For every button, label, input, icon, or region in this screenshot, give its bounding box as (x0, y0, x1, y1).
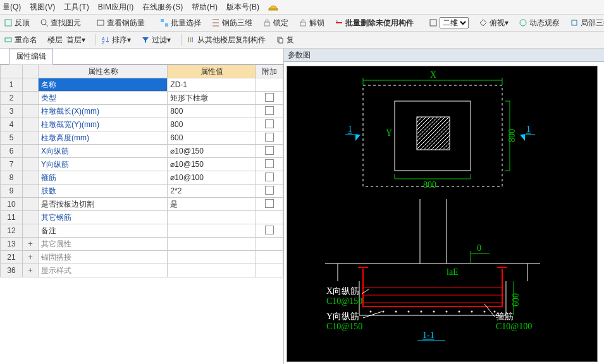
svg-text:600: 600 (511, 293, 521, 306)
property-value[interactable]: ⌀10@100 (168, 171, 256, 185)
menu-view[interactable]: 视图(V) (30, 2, 55, 13)
menu-qty[interactable]: 量(Q) (3, 2, 21, 13)
btn-unlock[interactable]: 解锁 (296, 16, 327, 30)
col-name: 属性名称 (39, 65, 168, 78)
expand-toggle (23, 92, 39, 105)
btn-copy[interactable]: 复 (273, 33, 297, 47)
tab-property-edit[interactable]: 属性编辑 (9, 49, 53, 64)
extra-checkbox[interactable] (256, 264, 283, 277)
property-value[interactable]: 800 (168, 105, 256, 118)
property-value[interactable] (168, 238, 256, 251)
extra-checkbox[interactable] (256, 251, 283, 264)
extra-checkbox[interactable] (256, 185, 283, 198)
property-row[interactable]: 3柱墩截长(X)(mm)800 (1, 105, 283, 118)
extra-checkbox[interactable] (256, 198, 283, 211)
property-row[interactable]: 12备注 (1, 224, 283, 238)
property-value[interactable] (168, 224, 256, 238)
svg-text:1: 1 (348, 124, 352, 134)
diagram-viewport[interactable]: X 800 800 Y (287, 66, 598, 362)
property-value[interactable] (168, 211, 256, 224)
property-row[interactable]: 13+其它属性 (1, 238, 283, 251)
btn-lock[interactable]: 锁定 (260, 16, 291, 30)
btn-copy-from-floor[interactable]: 从其他楼层复制构件 (184, 33, 268, 47)
property-value[interactable]: ZD-1 (168, 78, 256, 92)
property-row[interactable]: 10是否按板边切割是 (1, 198, 283, 211)
property-row[interactable]: 5柱墩高度(mm)600 (1, 131, 283, 145)
expand-toggle (23, 118, 39, 131)
svg-point-62 (395, 311, 397, 313)
row-number: 5 (1, 131, 23, 145)
menu-online[interactable]: 在线服务(S) (142, 2, 183, 13)
property-name: 是否按板边切割 (39, 198, 168, 211)
expand-toggle (23, 211, 39, 224)
svg-point-63 (408, 311, 410, 313)
extra-checkbox[interactable] (256, 158, 283, 171)
extra-checkbox[interactable] (256, 171, 283, 185)
menu-help[interactable]: 帮助(H) (192, 2, 218, 13)
btn-batch-delete-unused[interactable]: 批量删除未使用构件 (332, 16, 416, 30)
menu-bar: 量(Q) 视图(V) 工具(T) BIM应用(I) 在线服务(S) 帮助(H) … (0, 0, 604, 15)
svg-text:箍筋: 箍筋 (496, 312, 514, 321)
view-mode-dropdown[interactable]: 二维 (440, 17, 469, 28)
expand-toggle[interactable]: + (23, 251, 39, 264)
property-value[interactable]: 2*2 (168, 185, 256, 198)
property-row[interactable]: 9肢数2*2 (1, 185, 283, 198)
property-row[interactable]: 2类型矩形下柱墩 (1, 92, 283, 105)
expand-toggle[interactable]: + (23, 264, 39, 277)
svg-marker-45 (355, 135, 361, 141)
btn-filter[interactable]: 过滤▾ (139, 33, 173, 47)
menu-bim[interactable]: BIM应用(I) (98, 2, 134, 13)
extra-checkbox[interactable] (256, 145, 283, 158)
btn-rebar-3d[interactable]: 钢筋三维 (209, 16, 255, 30)
floor-label: 楼层 (47, 35, 63, 46)
property-row[interactable]: 8箍筋⌀10@100 (1, 171, 283, 185)
extra-checkbox[interactable] (256, 211, 283, 224)
btn-top-view[interactable]: 俯视▾ (476, 16, 511, 30)
extra-checkbox[interactable] (256, 78, 283, 92)
expand-toggle[interactable]: + (23, 238, 39, 251)
property-value[interactable] (168, 264, 256, 277)
property-value[interactable] (168, 251, 256, 264)
property-row[interactable]: 21+锚固搭接 (1, 251, 283, 264)
property-value[interactable]: 800 (168, 118, 256, 131)
property-value[interactable]: 是 (168, 198, 256, 211)
svg-point-61 (383, 311, 385, 313)
extra-checkbox[interactable] (256, 105, 283, 118)
svg-text:laE: laE (447, 267, 459, 277)
property-value[interactable]: ⌀10@150 (168, 158, 256, 171)
btn-rename[interactable]: 重命名 (1, 33, 40, 47)
btn-sort[interactable]: AZ排序▾ (99, 33, 133, 47)
btn-local-3d[interactable]: 局部三维 (567, 16, 604, 30)
btn-find-element[interactable]: 查找图元 (37, 16, 83, 30)
expand-toggle (23, 224, 39, 238)
property-value[interactable]: 600 (168, 131, 256, 145)
property-row[interactable]: 36+显示样式 (1, 264, 283, 277)
btn-view-rebar-qty[interactable]: 查看钢筋量 (94, 16, 147, 30)
property-value[interactable]: 矩形下柱墩 (168, 92, 256, 105)
extra-checkbox[interactable] (256, 238, 283, 251)
menu-version[interactable]: 版本号(B) (226, 2, 259, 13)
chevron-down-icon: ▾ (82, 35, 85, 44)
extra-checkbox[interactable] (256, 92, 283, 105)
extra-checkbox[interactable] (256, 224, 283, 238)
property-row[interactable]: 11其它钢筋 (1, 211, 283, 224)
btn-fanding[interactable]: 反顶 (1, 16, 32, 30)
property-value[interactable]: ⌀10@150 (168, 145, 256, 158)
property-row[interactable]: 6X向纵筋⌀10@150 (1, 145, 283, 158)
svg-text:X向纵筋: X向纵筋 (326, 286, 359, 296)
property-row[interactable]: 4柱墩截宽(Y)(mm)800 (1, 118, 283, 131)
floor-selector[interactable]: 首层 ▾ (64, 33, 88, 47)
menu-tools[interactable]: 工具(T) (64, 2, 89, 13)
btn-batch-select[interactable]: 批量选择 (157, 16, 204, 30)
svg-point-64 (421, 311, 422, 313)
property-row[interactable]: 1名称ZD-1 (1, 78, 283, 92)
btn-orbit[interactable]: 动态观察 (516, 16, 562, 30)
extra-checkbox[interactable] (256, 118, 283, 131)
property-name: 柱墩截长(X)(mm) (39, 105, 168, 118)
expand-toggle (23, 145, 39, 158)
view-mode-select[interactable]: 二维 (426, 16, 471, 30)
property-grid[interactable]: 属性名称 属性值 附加 1名称ZD-12类型矩形下柱墩3柱墩截长(X)(mm)8… (0, 64, 283, 364)
row-number: 36 (1, 264, 23, 277)
property-row[interactable]: 7Y向纵筋⌀10@150 (1, 158, 283, 171)
extra-checkbox[interactable] (256, 131, 283, 145)
